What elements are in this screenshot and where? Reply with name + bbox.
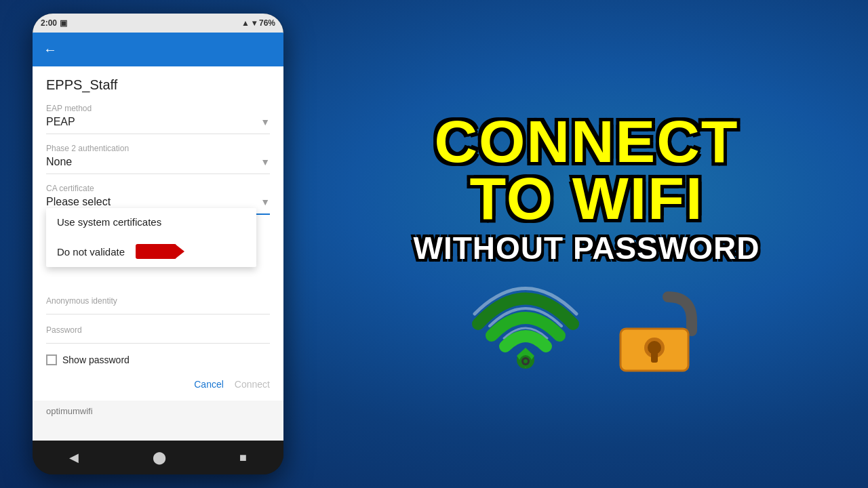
password-field[interactable]: Password <box>46 325 270 344</box>
phone-screen: ← EPPS_Staff EAP method PEAP ▼ Phase 2 a… <box>33 33 283 441</box>
top-nav-bar: ← <box>33 33 283 66</box>
ca-cert-value: Please select <box>46 196 111 208</box>
main-title-line1: CONNECT TO WIFI <box>434 113 738 226</box>
do-not-validate-label: Do not validate <box>57 246 125 258</box>
ca-cert-dropdown-popup: Use system certificates Do not validate <box>46 208 256 267</box>
option-do-not-validate[interactable]: Do not validate <box>46 236 256 267</box>
nav-home[interactable]: ⬤ <box>153 450 166 465</box>
option-use-system-certs[interactable]: Use system certificates <box>46 208 256 236</box>
wifi-dialog: EPPS_Staff EAP method PEAP ▼ Phase 2 aut… <box>33 66 283 401</box>
time-display: 2:00 <box>41 18 57 28</box>
status-bar: 2:00 ▣ ▲ ▾ 76% <box>33 14 283 33</box>
connect-button[interactable]: Connect <box>235 379 270 390</box>
password-label: Password <box>46 325 270 335</box>
use-system-certs-label: Use system certificates <box>57 216 161 228</box>
eap-method-value: PEAP <box>46 116 75 128</box>
subtitle: WITHOUT PASSWORD <box>414 230 760 266</box>
battery-display: 76% <box>259 18 275 28</box>
network-hint: optimumwifi <box>33 401 283 422</box>
highlight-arrow <box>136 244 176 259</box>
phase2-value: None <box>46 156 72 168</box>
wifi-icon <box>471 280 580 375</box>
anonymous-identity-label: Anonymous identity <box>46 296 270 306</box>
svg-rect-8 <box>651 352 658 363</box>
eap-method-dropdown[interactable]: PEAP ▼ <box>46 116 270 134</box>
ca-dropdown-arrow: ▼ <box>260 197 270 207</box>
status-left: 2:00 ▣ <box>41 18 67 28</box>
eap-method-label: EAP method <box>46 104 270 113</box>
status-right: ▲ ▾ 76% <box>241 18 275 28</box>
title-connect: CONNECT <box>434 113 738 170</box>
show-password-checkbox[interactable] <box>46 354 57 365</box>
ca-cert-label: CA certificate <box>46 184 270 193</box>
wifi-status-icon: ▾ <box>252 18 256 28</box>
anonymous-identity-field: Anonymous identity <box>46 296 270 314</box>
ca-cert-section: CA certificate Please select ▼ Use syste… <box>46 184 270 215</box>
signal-icon: ▲ <box>241 18 250 28</box>
right-panel: CONNECT TO WIFI WITHOUT PASSWORD <box>305 0 868 488</box>
lock-icon <box>614 280 702 375</box>
phone-mockup: 2:00 ▣ ▲ ▾ 76% ← EPPS_Staff EAP method P… <box>33 14 283 474</box>
lower-fields: Anonymous identity Password Show passwor… <box>46 296 270 390</box>
nav-recent[interactable]: ■ <box>239 451 247 465</box>
phase2-label: Phase 2 authentication <box>46 144 270 153</box>
show-password-row[interactable]: Show password <box>46 354 270 365</box>
network-name: EPPS_Staff <box>46 77 270 93</box>
phone-nav-bar: ◀ ⬤ ■ <box>33 441 283 474</box>
notification-icon: ▣ <box>60 18 67 28</box>
phase2-dropdown[interactable]: None ▼ <box>46 156 270 174</box>
icons-row <box>471 280 702 375</box>
show-password-label: Show password <box>62 354 130 365</box>
title-to-wifi: TO WIFI <box>434 170 738 227</box>
cancel-button[interactable]: Cancel <box>194 379 224 390</box>
nav-back[interactable]: ◀ <box>69 450 79 465</box>
dialog-buttons: Cancel Connect <box>46 379 270 390</box>
phase2-dropdown-arrow: ▼ <box>260 157 270 167</box>
eap-dropdown-arrow: ▼ <box>260 117 270 127</box>
back-button[interactable]: ← <box>43 42 57 58</box>
svg-point-3 <box>524 359 528 363</box>
